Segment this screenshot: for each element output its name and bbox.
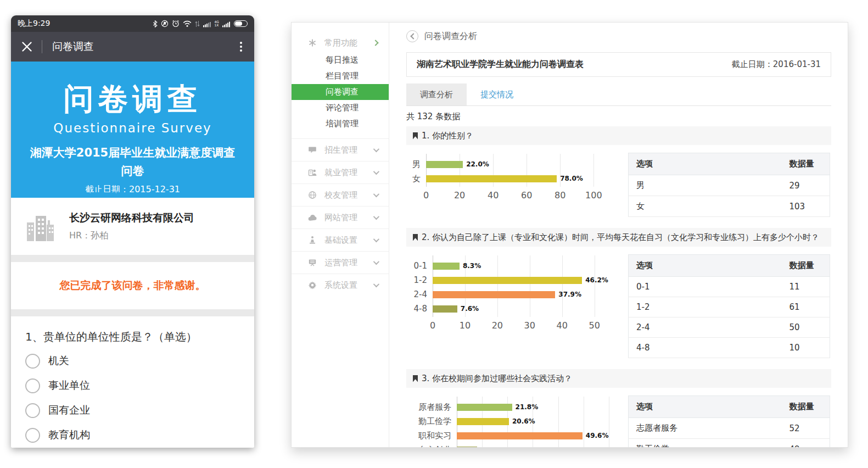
bar-row: 21.8%	[457, 400, 614, 414]
radio-icon[interactable]	[25, 403, 40, 418]
podium-icon	[308, 236, 317, 245]
breadcrumb: 问卷调查分析	[406, 30, 831, 42]
bar-segment	[457, 418, 509, 425]
option-cell: 女	[629, 196, 782, 217]
radio-option[interactable]: 教育机构	[25, 427, 240, 443]
sidebar-group-common[interactable]: 常用功能	[292, 34, 389, 52]
survey-table-title: 湖南艺术职业学院学生就业能力问卷调查表	[417, 59, 584, 70]
bluetooth-icon	[153, 20, 158, 27]
section-divider	[11, 255, 254, 262]
axis-tick-label: 20	[492, 320, 503, 331]
axis-tick-label: 60	[521, 190, 532, 200]
sidebar-group[interactable]: 运营管理	[292, 251, 389, 274]
radio-option-label: 教育机构	[48, 428, 90, 442]
table-row: 男29	[629, 175, 830, 196]
axis-tick-label: 50	[589, 320, 600, 331]
option-cell: 男	[629, 175, 782, 196]
bar-segment	[426, 175, 557, 182]
survey-hero: 问卷调查 Questionnaire Survey 湘潭大学2015届毕业生就业…	[11, 62, 254, 198]
column-header-option: 选项	[629, 153, 782, 175]
sidebar-group-label: 就业管理	[324, 168, 373, 178]
options-table: 选项 数据量 男29女103	[628, 153, 830, 217]
sidebar: 常用功能 每日推送栏目管理问卷调查评论管理培训管理 招生管理就业管理校友管理网站…	[292, 23, 389, 447]
radio-icon[interactable]	[25, 378, 40, 393]
sidebar-group[interactable]: 招生管理	[292, 138, 389, 161]
cloud-icon	[308, 213, 317, 222]
bar-row: 37.9%	[433, 287, 614, 302]
close-icon[interactable]	[21, 41, 33, 53]
signal-icon	[222, 20, 231, 27]
tab-submissions[interactable]: 提交情况	[467, 83, 527, 105]
sidebar-group-label: 系统设置	[324, 280, 373, 291]
data-arrows-icon	[195, 20, 200, 27]
more-menu-icon[interactable]	[238, 40, 244, 54]
count-cell: 10	[782, 338, 830, 358]
sidebar-group-label: 校友管理	[324, 190, 373, 200]
axis-category-label: 0-1	[406, 259, 433, 273]
back-circle-icon[interactable]	[406, 30, 418, 42]
wifi-icon	[183, 20, 192, 27]
sidebar-item[interactable]: 评论管理	[292, 100, 389, 116]
count-cell: 103	[782, 196, 830, 217]
question-header: 1. 你的性别？	[406, 126, 831, 145]
radio-option-label: 事业单位	[48, 378, 90, 393]
radio-option[interactable]: 机关	[25, 353, 240, 369]
sidebar-item[interactable]: 每日推送	[292, 52, 389, 68]
sidebar-group[interactable]: 网站管理	[292, 206, 389, 229]
total-count: 共 132 条数据	[406, 112, 831, 122]
chevron-down-icon	[373, 214, 379, 220]
radio-option-label: 机关	[48, 354, 69, 368]
question-title: 1、贵单位的单位性质是？（单选）	[25, 330, 240, 344]
breadcrumb-label: 问卷调查分析	[424, 31, 477, 42]
axis-category-label: 女	[406, 171, 426, 186]
chevron-down-icon	[373, 146, 379, 152]
question-block: 1、贵单位的单位性质是？（单选） 机关事业单位国有企业教育机构三资企业	[11, 316, 254, 448]
sidebar-group-label: 网站管理	[324, 213, 373, 223]
axis-category-label: 自主创业	[406, 443, 457, 448]
inbox-icon	[308, 146, 317, 155]
question-block-3: 3. 你在校期间参加过哪些社会实践活动？ 原者服务勤工俭学职和实习自主创业 21…	[406, 369, 831, 448]
sidebar-item[interactable]: 栏目管理	[292, 68, 389, 84]
question-text: 2. 你认为自己除了上课（专业和文化课）时间，平均每天花在自习（文化学习和专业练…	[422, 232, 819, 243]
sidebar-group[interactable]: 就业管理	[292, 161, 389, 183]
sidebar-group[interactable]: 系统设置	[292, 274, 389, 296]
table-row: 志愿者服务52	[629, 418, 830, 439]
bar-chart: 原者服务勤工俭学职和实习自主创业 21.8%20.6%49.6%8.0%	[406, 395, 614, 448]
bookmark-icon	[413, 234, 418, 241]
globe-icon	[308, 191, 317, 200]
sidebar-group[interactable]: 校友管理	[292, 183, 389, 206]
axis-tick-label: 30	[524, 320, 535, 331]
sidebar-group-label: 运营管理	[324, 258, 373, 268]
radio-icon[interactable]	[25, 428, 40, 443]
sidebar-item[interactable]: 问卷调查	[292, 84, 389, 100]
status-time: 晚上9:29	[18, 19, 50, 29]
radio-icon[interactable]	[25, 354, 40, 369]
sidebar-group-label: 招生管理	[324, 145, 373, 155]
company-hr: HR：孙柏	[69, 230, 194, 242]
count-cell: 29	[782, 175, 830, 196]
bar-value-label: 46.2%	[585, 276, 608, 284]
bar-row: 7.6%	[433, 302, 614, 316]
sidebar-group[interactable]: 基础设置	[292, 229, 389, 251]
status-icons: 4G 1X	[153, 20, 248, 27]
bar-row: 46.2%	[433, 273, 614, 287]
table-row: 女103	[629, 196, 830, 217]
survey-header-bar: 湖南艺术职业学院学生就业能力问卷调查表 截止日期：2016-01-31	[406, 52, 831, 77]
count-cell: 49	[782, 439, 830, 448]
axis-tick-label: 0	[430, 320, 435, 331]
option-cell: 勤工俭学	[629, 439, 782, 448]
radio-option[interactable]: 国有企业	[25, 402, 240, 419]
axis-tick-label: 80	[555, 190, 565, 200]
option-cell: 志愿者服务	[629, 418, 782, 439]
phone-navbar: 问卷调查	[11, 32, 254, 62]
table-row: 勤工俭学49	[629, 439, 830, 448]
tab-analysis[interactable]: 调查分析	[406, 83, 467, 105]
radio-option[interactable]: 事业单位	[25, 377, 240, 394]
tab-bar: 调查分析 提交情况	[406, 83, 831, 106]
bar-row: 78.0%	[426, 171, 614, 186]
axis-tick-label: 20	[454, 190, 465, 200]
bar-segment	[457, 404, 512, 411]
sidebar-item[interactable]: 培训管理	[292, 116, 389, 132]
question-text: 3. 你在校期间参加过哪些社会实践活动？	[422, 374, 572, 384]
column-header-count: 数据量	[782, 255, 830, 277]
